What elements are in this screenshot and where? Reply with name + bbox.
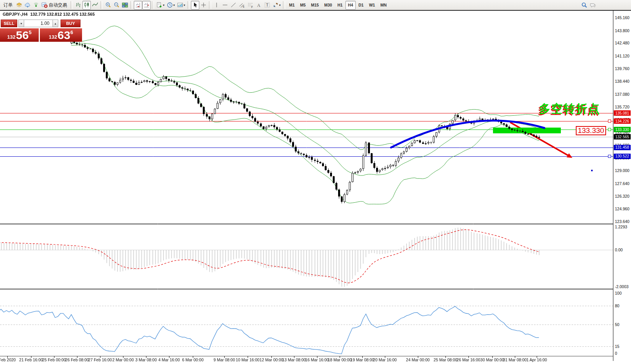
community-button[interactable] — [588, 1, 597, 10]
chart-canvas[interactable] — [0, 0, 631, 364]
rsi-scale-label: 0 — [615, 351, 617, 356]
one-click-trading-panel: SELL ▼ 1.00 ▲ BUY 132 56 5 132 63 6 — [0, 20, 82, 42]
price-tick-label: 141.120 — [615, 54, 629, 58]
price-badge-blue: 130.522 — [614, 154, 631, 159]
trade-controls-row: SELL ▼ 1.00 ▲ BUY — [0, 20, 82, 27]
turning-point-annotation[interactable]: 多空转折点 — [539, 101, 600, 117]
arrows-icon — [273, 2, 279, 8]
text-label-icon: A — [256, 2, 262, 8]
fibonacci-button[interactable]: F — [246, 1, 255, 10]
text-label-button[interactable]: A — [255, 1, 263, 10]
price-tick-label: 137.080 — [615, 92, 629, 97]
svg-text:E: E — [243, 5, 245, 8]
buy-button[interactable]: BUY — [61, 20, 81, 27]
vertical-line-button[interactable] — [212, 1, 221, 10]
time-axis-label: 27 Feb 16:00 — [88, 357, 112, 362]
sell-price-big: 56 — [16, 30, 29, 41]
tile-windows-button[interactable] — [121, 1, 129, 10]
layers-icon — [16, 2, 22, 8]
toolbar-separator — [130, 1, 133, 9]
time-axis-label: 24 Mar 00:00 — [406, 357, 430, 362]
price-tick-label: 142.480 — [615, 41, 629, 45]
arrows-button[interactable]: ▾ — [271, 1, 282, 10]
macd-scale-label: 1.2293 — [615, 225, 627, 229]
price-badge-black: 132.565 — [614, 134, 631, 139]
trade-prices-row: 132 56 5 132 63 6 — [0, 28, 82, 42]
search-icon — [581, 2, 587, 8]
new-order-button[interactable]: 订单 — [1, 1, 15, 10]
zoom-out-button[interactable] — [112, 1, 121, 10]
timeframe-W1-button[interactable]: W1 — [366, 1, 378, 10]
autotrade-icon — [41, 2, 48, 8]
time-axis-label: 25 Feb 00:00 — [42, 357, 66, 362]
text-icon: T — [264, 2, 270, 8]
tf-M5-label: M5 — [299, 3, 307, 7]
svg-text:F: F — [251, 6, 253, 8]
periods-clock-icon — [167, 2, 173, 8]
cloud-profile-button[interactable] — [23, 1, 32, 10]
timeframe-M5-button[interactable]: M5 — [297, 1, 309, 10]
timeframe-M1-button[interactable]: M1 — [286, 1, 297, 10]
template-button[interactable]: ▾ — [176, 1, 186, 10]
timeframe-H1-button[interactable]: H1 — [335, 1, 345, 10]
price-badge-blue: 131.458 — [614, 145, 631, 150]
candlestick-chart-button[interactable] — [82, 1, 91, 10]
sell-price-display[interactable]: 132 56 5 — [0, 28, 39, 42]
timeframe-H4-button[interactable]: H4 — [345, 1, 356, 10]
add-indicator-button[interactable]: ▾ — [155, 1, 166, 10]
cursor-button[interactable] — [191, 1, 199, 10]
horizontal-line-button[interactable] — [221, 1, 229, 10]
auto-scroll-button[interactable] — [134, 1, 142, 10]
price-tick-label: 123.640 — [615, 219, 629, 224]
trendline-button[interactable] — [229, 1, 238, 10]
layers-button[interactable] — [15, 1, 23, 10]
time-axis[interactable]: Feb 202021 Feb 16:0025 Feb 00:0026 Feb 0… — [0, 356, 631, 364]
line-chart-button[interactable] — [91, 1, 99, 10]
zoom-in-button[interactable] — [104, 1, 112, 10]
toolbar-separator — [71, 1, 73, 9]
timeframe-D1-button[interactable]: D1 — [356, 1, 366, 10]
bar-chart-button[interactable] — [74, 1, 82, 10]
time-axis-label: Feb 2020 — [0, 357, 16, 362]
price-tick-label: 145.160 — [615, 15, 629, 20]
crosshair-button[interactable] — [199, 1, 208, 10]
time-axis-label: 16 Mar 16:00 — [305, 357, 329, 362]
price-tick-label: 129.000 — [615, 168, 629, 173]
buy-price-sup: 6 — [70, 30, 73, 35]
time-axis-label: 26 Mar 16:00 — [457, 357, 480, 362]
time-axis-label: 9 Mar 08:00 — [214, 357, 235, 362]
chevron-down-icon[interactable]: ▾ — [163, 3, 164, 7]
time-axis-label: 6 Mar 00:00 — [182, 357, 204, 362]
buy-price-display[interactable]: 132 63 6 — [40, 28, 82, 42]
signal-button[interactable] — [32, 1, 40, 10]
channel-icon: E — [239, 2, 245, 8]
volume-input[interactable]: 1.00 — [24, 20, 53, 27]
time-axis-label: 10 Mar 16:00 — [236, 357, 260, 362]
toolbar-separator — [152, 1, 154, 9]
autotrade-button[interactable]: 自动交易 — [40, 1, 69, 10]
channel-button[interactable]: E — [238, 1, 246, 10]
timeframe-M15-button[interactable]: M15 — [308, 1, 321, 10]
toolbar-separator — [283, 1, 285, 9]
search-button[interactable] — [580, 1, 588, 10]
chevron-down-icon[interactable]: ▾ — [279, 3, 281, 7]
tf-M1-label: M1 — [288, 3, 296, 7]
price-tick-label: 127.640 — [615, 181, 629, 186]
sell-price-sup: 5 — [29, 30, 31, 35]
signal-icon — [33, 2, 39, 8]
tf-M30-label: M30 — [323, 3, 334, 7]
text-button[interactable]: T — [263, 1, 271, 10]
timeframe-M30-button[interactable]: M30 — [322, 1, 335, 10]
volume-increase-button[interactable]: ▲ — [53, 20, 58, 27]
time-axis-label: 4 Mar 16:00 — [158, 357, 180, 362]
price-axis[interactable]: 145.160143.800142.480141.120139.760138.4… — [613, 11, 631, 361]
chart-shift-button[interactable] — [142, 1, 151, 10]
chevron-down-icon[interactable]: ▾ — [173, 3, 175, 7]
timeframe-MN-button[interactable]: MN — [378, 1, 389, 10]
vertical-line-icon — [214, 2, 220, 8]
sell-button[interactable]: SELL — [1, 20, 17, 27]
chevron-down-icon[interactable]: ▾ — [184, 3, 185, 7]
volume-decrease-button[interactable]: ▼ — [18, 20, 24, 27]
periods-clock-button[interactable]: ▾ — [166, 1, 176, 10]
price-callout-label[interactable]: 133.330 — [576, 126, 606, 135]
